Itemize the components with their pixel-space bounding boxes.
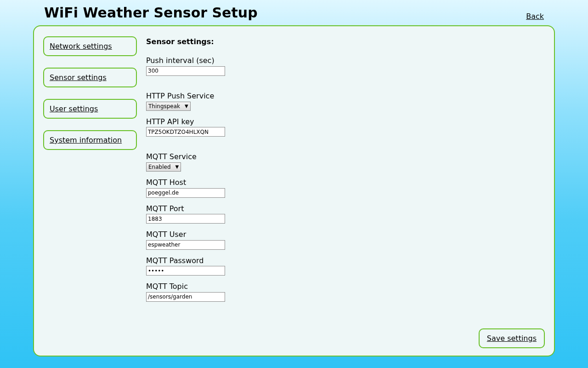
back-link[interactable]: Back <box>526 12 544 21</box>
mqtt-port-label: MQTT Port <box>146 204 225 213</box>
sidebar-item-network[interactable]: Network settings <box>43 36 137 56</box>
mqtt-port-input[interactable] <box>146 214 225 224</box>
http-service-label: HTTP Push Service <box>146 92 225 100</box>
save-settings-button[interactable]: Save settings <box>479 328 545 348</box>
field-http-api-key: HTTP API key <box>146 117 225 137</box>
sidebar-item-user[interactable]: User settings <box>43 99 137 119</box>
push-interval-label: Push interval (sec) <box>146 56 225 65</box>
mqtt-host-label: MQTT Host <box>146 178 225 187</box>
mqtt-user-label: MQTT User <box>146 230 225 239</box>
main-panel: Network settings Sensor settings User se… <box>33 25 555 356</box>
field-mqtt-host: MQTT Host <box>146 178 225 198</box>
field-mqtt-user: MQTT User <box>146 230 225 250</box>
http-service-value: Thingspeak <box>148 103 180 109</box>
mqtt-topic-label: MQTT Topic <box>146 282 225 291</box>
content: Sensor settings: Push interval (sec) HTT… <box>140 36 225 346</box>
sidebar-item-system-information[interactable]: System information <box>43 130 137 150</box>
sidebar: Network settings Sensor settings User se… <box>43 36 140 346</box>
page-title: WiFi Weather Sensor Setup <box>44 5 258 21</box>
sidebar-item-sensor[interactable]: Sensor settings <box>43 68 137 87</box>
mqtt-topic-input[interactable] <box>146 292 225 302</box>
http-api-key-input[interactable] <box>146 127 225 137</box>
push-interval-input[interactable] <box>146 66 225 76</box>
mqtt-service-value: Enabled <box>148 164 171 170</box>
field-mqtt-port: MQTT Port <box>146 204 225 224</box>
field-mqtt-password: MQTT Password <box>146 256 225 276</box>
mqtt-host-input[interactable] <box>146 188 225 198</box>
mqtt-service-label: MQTT Service <box>146 152 225 161</box>
mqtt-password-input[interactable] <box>146 266 225 276</box>
section-heading: Sensor settings: <box>146 37 225 46</box>
http-service-select[interactable]: Thingspeak ▼ <box>146 102 191 111</box>
field-push-interval: Push interval (sec) <box>146 56 225 76</box>
field-mqtt-topic: MQTT Topic <box>146 282 225 302</box>
mqtt-service-select[interactable]: Enabled ▼ <box>146 162 181 172</box>
chevron-down-icon: ▼ <box>175 165 179 169</box>
field-http-service: HTTP Push Service Thingspeak ▼ <box>146 92 225 111</box>
http-api-key-label: HTTP API key <box>146 117 225 126</box>
mqtt-password-label: MQTT Password <box>146 256 225 265</box>
header: WiFi Weather Sensor Setup Back <box>0 0 588 23</box>
mqtt-user-input[interactable] <box>146 240 225 250</box>
field-mqtt-service: MQTT Service Enabled ▼ <box>146 152 225 172</box>
chevron-down-icon: ▼ <box>185 104 188 109</box>
